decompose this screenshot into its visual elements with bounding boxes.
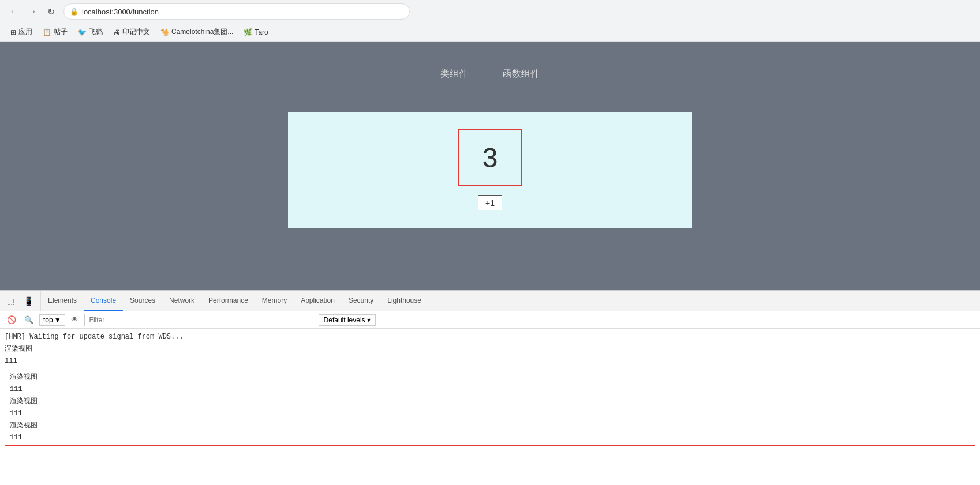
bookmark-label: 帖子 <box>54 27 68 37</box>
page-content: 类组件 函数组件 3 +1 <box>0 42 980 290</box>
tab-sources[interactable]: Sources <box>123 291 162 311</box>
flying-crane-icon: 🐦 <box>78 28 87 36</box>
filter-toggle-button[interactable]: 🔍 <box>22 314 36 325</box>
clear-console-button[interactable]: 🚫 <box>5 314 18 325</box>
console-line-render3: 渲染视图 <box>5 396 975 408</box>
devtools-panel: ⬚ 📱 Elements Console Sources Network Per… <box>0 290 980 485</box>
context-selector[interactable]: top ▼ <box>39 314 65 326</box>
devtools-icons: ⬚ 📱 <box>0 291 41 311</box>
increment-button[interactable]: +1 <box>478 195 502 210</box>
tab-lighthouse[interactable]: Lighthouse <box>380 291 428 311</box>
tab-memory[interactable]: Memory <box>255 291 294 311</box>
browser-toolbar: ← → ↻ 🔒 localhost:3000/function <box>0 0 980 23</box>
context-value: top <box>43 316 53 324</box>
console-line-111-3: 111 <box>5 408 975 420</box>
browser-chrome: ← → ↻ 🔒 localhost:3000/function ⊞ 应用 📋 帖… <box>0 0 980 42</box>
refresh-button[interactable]: ↻ <box>43 3 59 20</box>
address-bar[interactable]: 🔒 localhost:3000/function <box>63 3 410 20</box>
devtools-toolbar: ⬚ 📱 Elements Console Sources Network Per… <box>0 291 980 311</box>
console-line-111-1: 111 <box>0 355 980 367</box>
nav-buttons: ← → ↻ <box>6 3 59 20</box>
posts-icon: 📋 <box>43 28 51 36</box>
console-line-111-2: 111 <box>5 384 975 396</box>
bookmarks-bar: ⊞ 应用 📋 帖子 🐦 飞鹤 🖨 印记中文 🐪 Camelotchina集团..… <box>0 23 980 42</box>
eye-button[interactable]: 👁 <box>69 314 81 325</box>
forward-button[interactable]: → <box>24 3 40 20</box>
levels-label: Default levels ▾ <box>324 316 371 324</box>
bookmark-label: 印记中文 <box>122 27 150 37</box>
device-toggle-button[interactable]: 📱 <box>21 294 36 308</box>
bookmark-camelot[interactable]: 🐪 Camelotchina集团... <box>156 25 238 39</box>
bookmark-label: Camelotchina集团... <box>171 27 233 37</box>
tab-console[interactable]: Console <box>84 291 123 311</box>
console-bar: 🚫 🔍 top ▼ 👁 Default levels ▾ <box>0 311 980 329</box>
tab-elements[interactable]: Elements <box>41 291 84 311</box>
context-chevron-icon: ▼ <box>54 316 61 324</box>
tab-function-component[interactable]: 函数组件 <box>503 65 540 83</box>
tab-class-component[interactable]: 类组件 <box>440 65 468 83</box>
console-line-hmr: [HMR] Waiting for update signal from WDS… <box>0 331 980 343</box>
console-group-highlighted: 渲染视图 111 渲染视图 111 渲染视图 111 <box>5 370 975 446</box>
console-line-render2: 渲染视图 <box>5 371 975 384</box>
bookmark-yinji[interactable]: 🖨 印记中文 <box>109 25 155 39</box>
url-text: localhost:3000/function <box>82 7 159 16</box>
tab-security[interactable]: Security <box>342 291 380 311</box>
console-line-render1: 渲染视图 <box>0 343 980 355</box>
yinji-icon: 🖨 <box>113 28 120 36</box>
bookmark-label: Taro <box>255 28 268 36</box>
tab-network[interactable]: Network <box>162 291 201 311</box>
apps-icon: ⊞ <box>10 28 16 36</box>
console-filter-input[interactable] <box>84 314 315 326</box>
console-output: [HMR] Waiting for update signal from WDS… <box>0 329 980 485</box>
bookmark-apps[interactable]: ⊞ 应用 <box>6 25 37 39</box>
console-line-render4: 渲染视图 <box>5 420 975 432</box>
taro-icon: 🌿 <box>244 28 252 36</box>
demo-area: 3 +1 <box>288 112 692 228</box>
bookmark-label: 应用 <box>18 27 32 37</box>
secure-icon: 🔒 <box>70 7 78 16</box>
bookmark-taro[interactable]: 🌿 Taro <box>239 27 272 38</box>
log-levels-selector[interactable]: Default levels ▾ <box>319 314 376 326</box>
devtools-tabs: Elements Console Sources Network Perform… <box>41 291 428 311</box>
bookmark-posts[interactable]: 📋 帖子 <box>38 25 72 39</box>
bookmark-flying-crane[interactable]: 🐦 飞鹤 <box>73 25 107 39</box>
inspect-element-button[interactable]: ⬚ <box>5 294 17 308</box>
tab-application[interactable]: Application <box>294 291 342 311</box>
console-line-111-4: 111 <box>5 432 975 444</box>
nav-tabs: 类组件 函数组件 <box>440 65 540 83</box>
tab-performance[interactable]: Performance <box>201 291 255 311</box>
camelot-icon: 🐪 <box>160 28 169 36</box>
bookmark-label: 飞鹤 <box>89 27 103 37</box>
counter-display: 3 <box>458 129 522 186</box>
back-button[interactable]: ← <box>6 3 22 20</box>
